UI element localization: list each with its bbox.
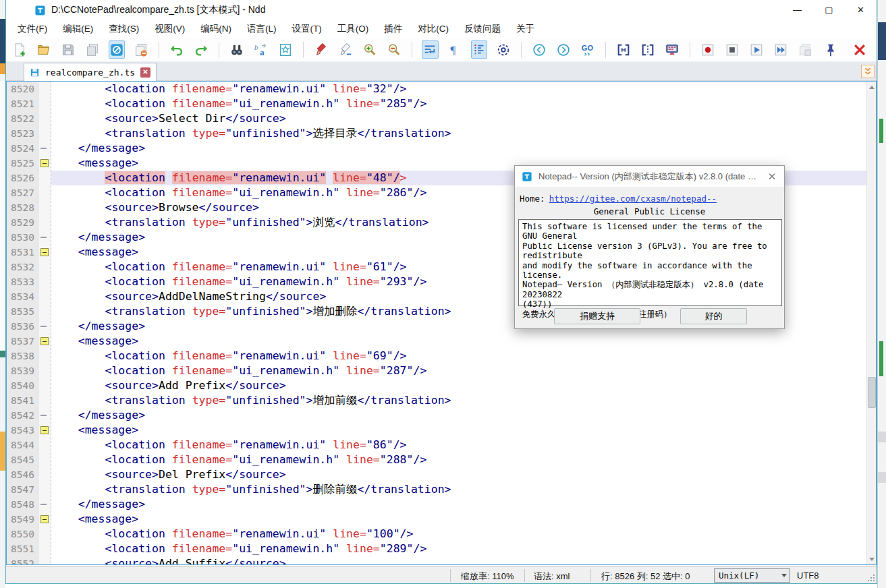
code-line-8547[interactable]: <translation type="unfinished">删除前缀</tra… xyxy=(51,482,866,497)
menu-item-11[interactable]: 关于 xyxy=(514,22,536,36)
show-whitespace-button[interactable] xyxy=(495,40,511,59)
code-line-8543[interactable]: <message> xyxy=(51,423,866,438)
replace-button[interactable]: ba xyxy=(253,40,269,59)
eol-mode-select[interactable]: Unix(LF) xyxy=(714,568,790,583)
home-link[interactable]: https://gitee.com/cxasm/notepad-- xyxy=(549,194,717,204)
code-token: filename= xyxy=(172,527,232,540)
macro-record-button[interactable] xyxy=(700,40,716,59)
code-token: filename= xyxy=(172,275,232,288)
menu-item-2[interactable]: 查找(S) xyxy=(107,22,141,36)
code-line-8549[interactable]: <message> xyxy=(51,512,866,527)
menu-item-3[interactable]: 视图(V) xyxy=(153,22,187,36)
scroll-down-arrow[interactable] xyxy=(867,554,877,564)
code-line-8548[interactable]: </message> xyxy=(51,497,866,512)
word-wrap-button[interactable] xyxy=(422,40,438,59)
indent-guide-button[interactable] xyxy=(471,40,487,59)
save-file-button[interactable] xyxy=(60,40,76,59)
minimize-button[interactable]: — xyxy=(781,0,813,19)
zoom-out-button[interactable] xyxy=(386,40,402,59)
nav-back-button[interactable] xyxy=(531,40,547,59)
code-line-8539[interactable]: <location filename="ui_renamewin.h" line… xyxy=(51,363,866,378)
find-button[interactable] xyxy=(229,40,245,59)
zoom-in-button[interactable] xyxy=(362,40,378,59)
code-line-8545[interactable]: <location filename="ui_renamewin.h" line… xyxy=(51,452,866,467)
code-line-8524[interactable]: </message> xyxy=(51,141,866,156)
menu-item-10[interactable]: 反馈问题 xyxy=(462,22,503,36)
scrollbar-thumb[interactable] xyxy=(868,377,876,408)
show-paragraph-button[interactable]: ¶ xyxy=(447,40,463,59)
pin-toolbar-button[interactable] xyxy=(821,40,839,59)
macro-stop-button[interactable] xyxy=(724,40,740,59)
close-file-button[interactable] xyxy=(109,40,125,59)
code-line-8550[interactable]: <location filename="renamewin.ui" line="… xyxy=(51,527,866,541)
line-number: 8530 xyxy=(7,230,39,245)
menu-item-9[interactable]: 对比(C) xyxy=(416,22,451,36)
close-button[interactable]: ✕ xyxy=(845,0,877,19)
code-token: /> xyxy=(413,97,426,110)
code-line-8521[interactable]: <location filename="ui_renamewin.h" line… xyxy=(51,96,866,111)
save-all-button[interactable] xyxy=(84,40,101,59)
compare-horizontal-button[interactable] xyxy=(615,40,632,59)
dialog-close-icon[interactable]: ✕ xyxy=(765,170,779,183)
resize-grip[interactable] xyxy=(866,573,875,581)
vertical-scrollbar[interactable] xyxy=(866,82,876,564)
code-token: </source> xyxy=(266,290,326,303)
dialog-home-row: Home:https://gitee.com/cxasm/notepad-- xyxy=(520,194,717,204)
donate-button[interactable]: 捐赠支持 xyxy=(554,308,640,324)
fold-collapse-icon[interactable] xyxy=(40,337,49,345)
code-token: <location xyxy=(51,186,172,199)
tab-close-icon[interactable]: ✕ xyxy=(140,67,150,78)
menu-item-5[interactable]: 语言(L) xyxy=(245,22,279,36)
menu-item-4[interactable]: 编码(N) xyxy=(198,22,233,36)
redo-button[interactable] xyxy=(193,40,209,59)
code-line-8520[interactable]: <location filename="renamewin.ui" line="… xyxy=(51,82,866,96)
code-line-8544[interactable]: <location filename="renamewin.ui" line="… xyxy=(51,438,866,452)
undo-button[interactable] xyxy=(169,40,185,59)
fold-collapse-icon[interactable] xyxy=(40,426,49,434)
bookmark-button[interactable] xyxy=(277,40,294,59)
maximize-button[interactable]: ▢ xyxy=(813,0,845,19)
fold-collapse-icon[interactable] xyxy=(40,515,49,523)
code-line-8522[interactable]: <source>Select Dir</source> xyxy=(51,111,866,126)
tab-overflow-button[interactable] xyxy=(861,65,875,78)
code-line-8542[interactable]: </message> xyxy=(51,408,866,423)
new-file-button[interactable] xyxy=(11,40,28,59)
code-line-8537[interactable]: <message> xyxy=(51,334,866,349)
screen-share-button[interactable] xyxy=(664,40,680,59)
code-token: </message> xyxy=(51,231,145,243)
menu-item-1[interactable]: 编辑(E) xyxy=(61,22,95,36)
ok-button[interactable]: 好的 xyxy=(680,308,747,324)
macro-run-multi-button[interactable] xyxy=(773,40,789,59)
scroll-up-arrow[interactable] xyxy=(867,82,877,92)
menu-item-8[interactable]: 插件 xyxy=(382,22,404,36)
code-line-8538[interactable]: <location filename="renamewin.ui" line="… xyxy=(51,349,866,363)
close-all-button[interactable] xyxy=(133,40,149,59)
code-line-8541[interactable]: <translation type="unfinished">增加前缀</tra… xyxy=(51,393,866,408)
fold-collapse-icon[interactable] xyxy=(40,159,49,167)
code-line-8540[interactable]: <source>Add Prefix</source> xyxy=(51,378,866,393)
menu-item-6[interactable]: 设置(T) xyxy=(290,22,324,36)
open-file-button[interactable] xyxy=(36,40,52,59)
mark-highlight-button[interactable] xyxy=(313,40,329,59)
svg-text:a: a xyxy=(260,48,265,57)
fold-collapse-icon[interactable] xyxy=(40,248,49,256)
code-line-8551[interactable]: <location filename="ui_renamewin.h" line… xyxy=(51,541,866,556)
close-toolbar-button[interactable] xyxy=(850,40,868,59)
code-line-8523[interactable]: <translation type="unfinished">选择目录</tra… xyxy=(51,126,866,141)
svg-text:¶: ¶ xyxy=(450,43,455,57)
compare-vertical-button[interactable] xyxy=(640,40,656,59)
code-line-8546[interactable]: <source>Del Prefix</source> xyxy=(51,467,866,482)
tab-realcompare[interactable]: realcompare_zh.ts ✕ xyxy=(24,63,157,81)
menu-item-7[interactable]: 工具(O) xyxy=(335,22,371,36)
svg-text:b: b xyxy=(254,43,258,51)
macro-save-button[interactable] xyxy=(797,40,813,59)
code-line-8552[interactable]: <source>Add Suffix</source> xyxy=(51,556,866,565)
nav-forward-button[interactable] xyxy=(555,40,572,59)
macro-play-button[interactable] xyxy=(748,40,765,59)
code-token: "renamewin.ui" xyxy=(232,82,326,95)
close-file-icon xyxy=(109,42,124,57)
clear-highlight-button[interactable] xyxy=(337,40,354,59)
menu-item-0[interactable]: 文件(F) xyxy=(16,22,49,36)
goto-line-button[interactable]: GO xyxy=(580,40,596,59)
fold-cell xyxy=(39,556,51,565)
